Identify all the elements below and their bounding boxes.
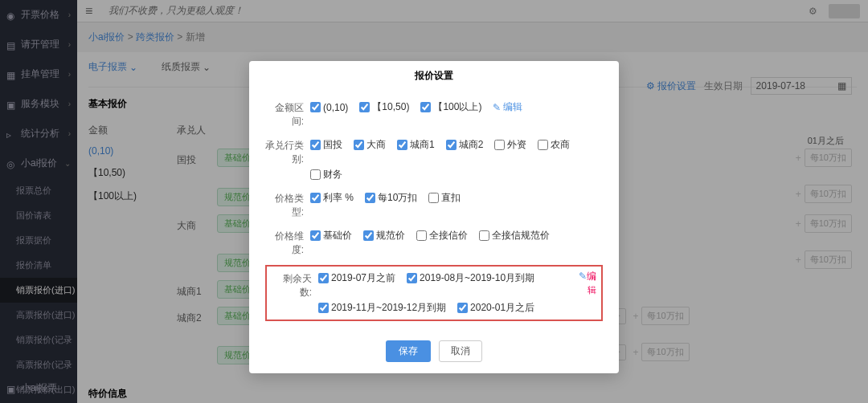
days-opt-0[interactable]: 2019-07月之前 bbox=[318, 271, 395, 285]
bank-opt-3[interactable]: 城商2 bbox=[446, 138, 484, 152]
row-price-type: 价格类型: 利率 % 每10万扣 直扣 bbox=[265, 186, 603, 224]
row-bank: 承兑行类别: 国投 大商 城商1 城商2 外资 农商 财务 bbox=[265, 133, 603, 186]
dim-opt-0[interactable]: 基础价 bbox=[310, 229, 352, 242]
dim-opt-2[interactable]: 全接信价 bbox=[416, 229, 468, 242]
pencil-icon: ✎ bbox=[579, 271, 587, 282]
dim-opt-1[interactable]: 规范价 bbox=[363, 229, 405, 242]
amount-opt-1[interactable]: 【10,50) bbox=[359, 100, 409, 114]
days-edit-link[interactable]: ✎编 bbox=[579, 270, 596, 283]
days-edit-link-2[interactable]: 辑 bbox=[588, 284, 596, 296]
amount-edit[interactable]: ✎编辑 bbox=[493, 100, 522, 114]
cancel-button[interactable]: 取消 bbox=[439, 340, 482, 362]
bank-opt-2[interactable]: 城商1 bbox=[397, 138, 435, 152]
days-opt-3[interactable]: 2020-01月之后 bbox=[457, 301, 534, 315]
bank-opt-5[interactable]: 农商 bbox=[538, 138, 570, 152]
amount-label: 金额区间: bbox=[265, 100, 310, 128]
price-settings-modal: 报价设置 金额区间: (0,10) 【10,50) 【100以上) ✎编辑 承兑… bbox=[249, 61, 619, 373]
row-dimension: 价格维度: 基础价 规范价 全接信价 全接信规范价 bbox=[265, 224, 603, 262]
pencil-icon: ✎ bbox=[493, 102, 501, 113]
bank-label: 承兑行类别: bbox=[265, 138, 310, 166]
row-days-highlight: 剩余天数: 2019-07月之前 2019-08月~2019-10月到期 201… bbox=[265, 265, 603, 321]
bank-opt-0[interactable]: 国投 bbox=[310, 138, 342, 152]
row-amount: 金额区间: (0,10) 【10,50) 【100以上) ✎编辑 bbox=[265, 96, 603, 133]
price-opt-0[interactable]: 利率 % bbox=[310, 191, 354, 205]
bank-opt-4[interactable]: 外资 bbox=[494, 138, 526, 152]
days-opt-1[interactable]: 2019-08月~2019-10月到期 bbox=[407, 271, 534, 285]
price-opt-2[interactable]: 直扣 bbox=[428, 191, 461, 205]
save-button[interactable]: 保存 bbox=[386, 340, 431, 362]
dimension-label: 价格维度: bbox=[265, 229, 310, 257]
modal-footer: 保存 取消 bbox=[249, 332, 619, 373]
price-opt-1[interactable]: 每10万扣 bbox=[365, 191, 417, 205]
bank-opt-1[interactable]: 大商 bbox=[354, 138, 386, 152]
amount-opt-0[interactable]: (0,10) bbox=[310, 102, 348, 113]
modal-title: 报价设置 bbox=[249, 61, 619, 91]
days-label: 剩余天数: bbox=[273, 271, 318, 299]
dim-opt-3[interactable]: 全接信规范价 bbox=[479, 229, 550, 242]
days-opt-2[interactable]: 2019-11月~2019-12月到期 bbox=[318, 301, 446, 315]
price-type-label: 价格类型: bbox=[265, 191, 310, 219]
amount-opt-2[interactable]: 【100以上) bbox=[420, 100, 481, 114]
bank-sub-finance[interactable]: 财务 bbox=[310, 168, 342, 181]
